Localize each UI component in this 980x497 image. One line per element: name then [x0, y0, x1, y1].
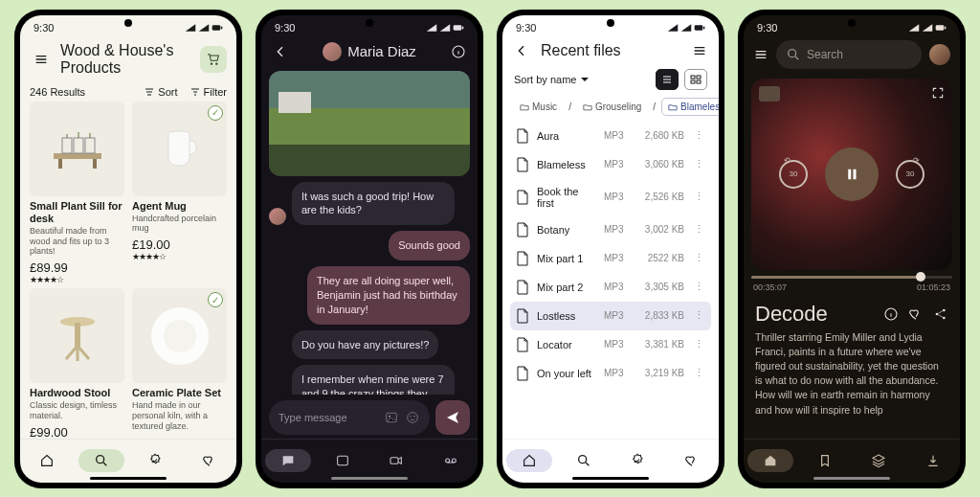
heart-icon [684, 453, 700, 468]
file-ext: MP3 [604, 253, 631, 263]
pause-button[interactable] [825, 147, 879, 201]
file-row[interactable]: Lostless MP3 2,833 KB ⋮ [510, 302, 711, 330]
nav-home[interactable] [747, 449, 793, 472]
back-button[interactable] [514, 43, 529, 58]
menu-icon[interactable] [30, 48, 53, 71]
nav-favorites[interactable] [187, 449, 233, 472]
file-row[interactable]: Mix part 1 MP3 2522 KB ⋮ [510, 244, 711, 273]
nav-chat[interactable] [265, 449, 311, 472]
nav-verified[interactable] [614, 449, 660, 472]
breadcrumb-item[interactable]: Music [514, 99, 563, 115]
svg-point-20 [413, 416, 414, 417]
avatar[interactable] [929, 44, 950, 65]
skip-back-label: 30 [790, 169, 798, 178]
seek-bar[interactable] [751, 276, 952, 279]
search-placeholder: Search [807, 48, 843, 61]
nav-verified[interactable] [132, 449, 178, 472]
track-title: Decode [755, 302, 874, 327]
menu-button[interactable] [753, 47, 768, 62]
emoji-icon[interactable] [405, 410, 420, 425]
nav-home[interactable] [24, 449, 70, 472]
more-icon[interactable]: ⋮ [692, 252, 705, 264]
svg-rect-9 [75, 323, 80, 348]
more-icon[interactable]: ⋮ [692, 129, 705, 142]
nav-home[interactable] [506, 449, 552, 472]
product-card[interactable]: ✓ Agent Mug Handcrafted porcelain mug £1… [132, 102, 227, 285]
file-row[interactable]: Locator MP3 3,381 KB ⋮ [510, 330, 711, 359]
pip-icon[interactable] [759, 86, 780, 102]
nav-video[interactable] [373, 449, 419, 472]
info-button[interactable] [451, 44, 466, 59]
product-card[interactable]: Small Plant Sill for desk Beautiful made… [30, 102, 124, 285]
back-button[interactable] [273, 44, 288, 59]
svg-point-18 [408, 412, 418, 422]
more-icon[interactable]: ⋮ [692, 367, 705, 379]
file-row[interactable]: Mix part 2 MP3 3,305 KB ⋮ [510, 273, 711, 302]
file-icon [516, 157, 529, 172]
more-icon[interactable]: ⋮ [692, 191, 705, 203]
grid-view-button[interactable] [684, 69, 707, 90]
svg-rect-21 [337, 456, 347, 464]
message-input[interactable]: Type message [269, 400, 430, 435]
filter-button[interactable]: Filter [189, 86, 227, 98]
more-icon[interactable]: ⋮ [692, 158, 705, 170]
sort-button[interactable]: Sort [144, 86, 177, 98]
svg-rect-33 [945, 26, 946, 29]
nav-bookmark[interactable] [802, 449, 848, 472]
file-ext: MP3 [604, 159, 631, 169]
breadcrumb-item[interactable]: Grouseling [577, 99, 647, 115]
file-icon [516, 251, 529, 266]
file-row[interactable]: Book the first MP3 2,526 KB ⋮ [510, 179, 711, 215]
svg-rect-25 [695, 25, 703, 30]
share-icon[interactable] [933, 306, 948, 322]
message-recv: It was such a good trip! How are the kid… [269, 182, 470, 226]
breadcrumb-item[interactable]: Blameless [661, 98, 719, 116]
image-icon [335, 453, 350, 468]
file-icon [516, 128, 529, 144]
product-card[interactable]: Hardwood Stool Classic design, timless m… [30, 288, 124, 438]
skip-back-button[interactable]: ↶30 [779, 160, 808, 189]
nav-gallery[interactable] [320, 449, 366, 472]
menu-button[interactable] [692, 43, 707, 58]
product-rating: ★★★★☆ [30, 275, 124, 284]
hero-image[interactable] [269, 71, 470, 176]
favorite-icon[interactable] [908, 306, 924, 322]
nav-voicemail[interactable] [428, 449, 474, 472]
file-row[interactable]: On your left MP3 3,219 KB ⋮ [510, 359, 711, 388]
more-icon[interactable]: ⋮ [692, 223, 705, 236]
file-ext: MP3 [604, 130, 631, 141]
nav-search[interactable] [78, 449, 124, 472]
svg-rect-7 [85, 138, 95, 153]
list-view-button[interactable] [656, 69, 679, 90]
product-price: £19.00 [132, 237, 227, 252]
more-icon[interactable]: ⋮ [692, 281, 705, 293]
nav-search[interactable] [561, 449, 607, 472]
svg-point-19 [410, 416, 411, 417]
search-input[interactable]: Search [776, 40, 922, 69]
file-row[interactable]: Aura MP3 2,680 KB ⋮ [510, 122, 711, 150]
product-card[interactable]: ✓ Ceramic Plate Set Hand made in our per… [132, 288, 227, 438]
skip-fwd-button[interactable]: ↷30 [896, 160, 924, 189]
file-name: Mix part 1 [537, 253, 596, 264]
file-row[interactable]: Blameless MP3 3,060 KB ⋮ [510, 150, 711, 179]
file-size: 2522 KB [638, 253, 684, 263]
file-row[interactable]: Botany MP3 3,002 KB ⋮ [510, 215, 711, 244]
info-icon[interactable] [883, 306, 899, 322]
nav-favorites[interactable] [669, 449, 715, 472]
image-icon[interactable] [384, 410, 399, 425]
file-ext: MP3 [604, 282, 631, 292]
svg-point-31 [578, 456, 586, 463]
video-stage[interactable]: ↶30 ↷30 [751, 79, 952, 270]
cart-button[interactable] [200, 46, 227, 73]
more-icon[interactable]: ⋮ [692, 309, 705, 322]
nav-layers[interactable] [856, 449, 902, 472]
more-icon[interactable]: ⋮ [692, 338, 705, 350]
send-button[interactable] [435, 400, 470, 435]
placeholder-text: Type message [278, 412, 378, 423]
sort-dropdown[interactable]: Sort by name [514, 74, 590, 85]
svg-rect-27 [691, 76, 695, 79]
nav-download[interactable] [910, 449, 956, 472]
fullscreen-icon[interactable] [931, 86, 945, 100]
svg-point-11 [164, 320, 196, 352]
search-icon [786, 47, 801, 62]
